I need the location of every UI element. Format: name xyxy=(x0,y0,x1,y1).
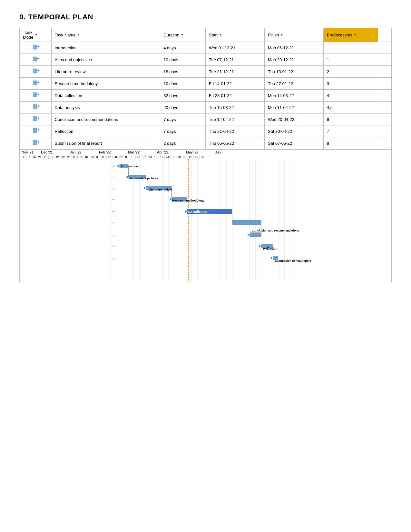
cell-task-name-2: Literature review xyxy=(51,66,160,78)
svg-marker-11 xyxy=(38,81,39,83)
col-start[interactable]: Start ▼ xyxy=(205,28,264,42)
table-row: Research methodology 10 days Fri 14-01-2… xyxy=(20,78,392,90)
month-nov21: Nov '21 xyxy=(20,150,39,155)
cell-start-8: Thu 05-05-22 xyxy=(205,137,264,149)
cell-task-name-7: Reflection xyxy=(51,125,160,137)
table-row: Conclusion and recommendations 7 days Tu… xyxy=(20,113,392,125)
day-02: 02 xyxy=(72,155,78,159)
cell-start-7: Thu 21-04-22 xyxy=(205,125,264,137)
cell-predecessors-2: 2 xyxy=(323,66,378,78)
cell-task-mode-1 xyxy=(20,54,52,66)
col-duration-arrow[interactable]: ▼ xyxy=(181,33,183,36)
bar-introduction-arrow xyxy=(118,165,120,167)
cell-predecessors-7: 7 xyxy=(323,125,378,137)
label-aims: Aims and objectives xyxy=(130,177,158,180)
month-feb22: Feb '22 xyxy=(97,150,126,155)
day-17: 17 xyxy=(159,155,165,159)
day-20b: 20 xyxy=(136,155,142,159)
svg-rect-18 xyxy=(33,116,37,121)
col-finish[interactable]: Finish ▼ xyxy=(264,28,323,42)
cell-task-mode-0 xyxy=(20,42,52,54)
month-may22: May '22 xyxy=(184,150,213,155)
col-task-name-arrow[interactable]: ▼ xyxy=(77,33,80,36)
col-predecessors-arrow[interactable]: ▼ xyxy=(354,33,357,36)
cell-finish-6: Wed 20-04-22 xyxy=(264,113,323,125)
cell-predecessors-8: 8 xyxy=(323,137,378,149)
col-finish-arrow[interactable]: ▼ xyxy=(280,33,283,36)
month-dec21: Dec '21 xyxy=(39,150,68,155)
day-05b: 05 xyxy=(200,155,205,159)
task-mode-icon-8 xyxy=(32,139,39,147)
cell-task-name-1: Aims and objectives xyxy=(51,54,160,66)
svg-marker-20 xyxy=(38,117,39,119)
col-start-arrow[interactable]: ▼ xyxy=(219,33,222,36)
cell-finish-8: Sat 07-05-22 xyxy=(264,137,323,149)
day-01: 01 xyxy=(171,155,176,159)
cell-finish-3: Thu 27-01-22 xyxy=(264,78,323,90)
task-mode-icon-5 xyxy=(32,103,39,111)
task-mode-icon-0 xyxy=(32,44,39,52)
gantt-table: TaskMode ▼ Task Name ▼ Duration ▼ Start xyxy=(19,28,392,149)
cell-task-mode-6 xyxy=(20,113,52,125)
month-apr22: Apr '22 xyxy=(155,150,184,155)
day-22: 22 xyxy=(188,155,194,159)
task-icon-4: ⇒ xyxy=(112,198,115,201)
cell-task-mode-3 xyxy=(20,78,52,90)
task-mode-icon-6 xyxy=(32,115,39,123)
cell-start-3: Fri 14-01-22 xyxy=(205,78,264,90)
cell-duration-4: 32 days xyxy=(160,90,206,102)
col-extra xyxy=(378,28,391,42)
month-jan22: Jan '22 xyxy=(68,150,97,155)
label-data-collection: Data collection xyxy=(185,210,208,213)
cell-extra-0 xyxy=(378,42,391,54)
cell-start-5: Tue 15-03-22 xyxy=(205,102,264,113)
gantt-chart: Nov '21 Dec '21 Jan '22 Feb '22 Mar '22 … xyxy=(19,149,392,282)
col-predecessors[interactable]: Predecessors ▼ xyxy=(323,28,378,42)
col-task-mode-arrow[interactable]: ▼ xyxy=(35,33,38,36)
cell-duration-1: 10 days xyxy=(160,54,206,66)
cell-finish-7: Sat 30-04-22 xyxy=(264,125,323,137)
day-06a: 06 xyxy=(101,155,107,159)
label-reflection: Reflection xyxy=(263,247,278,250)
task-icon-7: ⇒ xyxy=(112,233,115,237)
day-15: 15 xyxy=(182,155,188,159)
table-row: Introduction 4 days Wed 01-12-21 Mon 06-… xyxy=(20,42,392,54)
table-row: Data analysis 20 days Tue 15-03-22 Mon 1… xyxy=(20,102,392,113)
bar-lit-review-arrow xyxy=(144,187,146,189)
col-task-mode-label: TaskMode xyxy=(23,30,34,40)
task-mode-icon-1 xyxy=(32,56,39,64)
day-29: 29 xyxy=(194,155,200,159)
svg-marker-14 xyxy=(38,93,39,95)
cell-task-mode-4 xyxy=(20,90,52,102)
task-mode-icon-2 xyxy=(32,68,39,75)
col-duration-label: Duration xyxy=(163,33,179,37)
col-task-name[interactable]: Task Name ▼ xyxy=(51,28,160,42)
day-30: 30 xyxy=(95,155,101,159)
cell-extra-5 xyxy=(378,102,391,113)
svg-rect-12 xyxy=(33,93,37,97)
cell-extra-3 xyxy=(378,78,391,90)
cell-duration-8: 2 days xyxy=(160,137,206,149)
col-predecessors-label: Predecessors xyxy=(327,33,352,37)
col-task-name-label: Task Name xyxy=(55,33,76,37)
cell-extra-2 xyxy=(378,66,391,78)
day-13: 13 xyxy=(107,155,113,159)
cell-duration-0: 4 days xyxy=(160,42,206,54)
cell-extra-6 xyxy=(378,113,391,125)
task-icon-1: ⇒ xyxy=(112,165,115,168)
day-05: 05 xyxy=(49,155,54,159)
cell-duration-6: 7 days xyxy=(160,113,206,125)
label-lit-review: Literature review xyxy=(149,188,172,191)
cell-task-mode-2 xyxy=(20,66,52,78)
svg-rect-0 xyxy=(33,45,37,49)
cell-extra-4 xyxy=(378,90,391,102)
day-19: 19 xyxy=(60,155,66,159)
cell-task-name-4: Data collection xyxy=(51,90,160,102)
day-13b: 13 xyxy=(130,155,136,159)
table-row: Reflection 7 days Thu 21-04-22 Sat 30-04… xyxy=(20,125,392,137)
col-duration[interactable]: Duration ▼ xyxy=(160,28,206,42)
col-task-mode[interactable]: TaskMode ▼ xyxy=(20,28,52,42)
svg-marker-5 xyxy=(38,57,39,59)
day-14: 14 xyxy=(31,155,37,159)
task-mode-icon-4 xyxy=(32,92,39,99)
